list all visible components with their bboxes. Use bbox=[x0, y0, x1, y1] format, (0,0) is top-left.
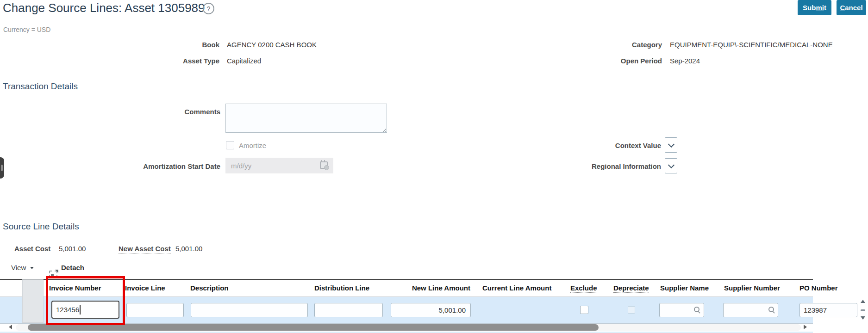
amortize-checkbox bbox=[226, 141, 234, 149]
new-asset-cost-value: 5,001.00 bbox=[175, 245, 202, 253]
supplier-number-search-icon[interactable] bbox=[768, 306, 775, 314]
category-label: Category bbox=[569, 41, 662, 49]
text-caret bbox=[80, 305, 81, 314]
help-icon[interactable]: ? bbox=[203, 3, 214, 14]
col-header-invoice-number: Invoice Number bbox=[49, 284, 101, 292]
asset-type-label: Asset Type bbox=[130, 57, 219, 65]
open-period-label: Open Period bbox=[569, 57, 662, 65]
currency-note: Currency = USD bbox=[3, 26, 50, 33]
cancel-label-accel: C bbox=[840, 4, 845, 12]
col-header-po-number: PO Number bbox=[799, 284, 838, 292]
comments-label: Comments bbox=[130, 108, 220, 116]
supplier-name-search-icon[interactable] bbox=[693, 306, 701, 314]
page-title: Change Source Lines: Asset 1305989 bbox=[3, 1, 205, 15]
amortization-start-date-label: Amortization Start Date bbox=[111, 162, 220, 170]
comments-textarea[interactable] bbox=[225, 104, 387, 133]
new-asset-cost-label: New Asset Cost bbox=[119, 245, 171, 253]
transaction-details-heading: Transaction Details bbox=[3, 81, 78, 92]
col-header-description: Description bbox=[190, 284, 229, 292]
handle-grip-icon bbox=[1, 165, 3, 171]
calendar-clock-icon bbox=[320, 161, 328, 169]
book-label: Book bbox=[130, 41, 219, 49]
col-header-invoice-line: Invoice Line bbox=[125, 284, 165, 292]
horizontal-scroll-thumb[interactable] bbox=[28, 324, 599, 331]
col-header-exclude: Exclude bbox=[570, 284, 597, 293]
detach-button[interactable]: Detach bbox=[61, 264, 84, 271]
table-header-row: Invoice Number Invoice Line Description … bbox=[0, 279, 813, 297]
horizontal-scrollbar[interactable] bbox=[0, 324, 813, 332]
submit-label-pre: Sub bbox=[803, 4, 816, 12]
regional-information-select[interactable] bbox=[665, 158, 677, 173]
row-header-cell[interactable] bbox=[22, 279, 44, 323]
po-number-input[interactable] bbox=[799, 303, 857, 317]
book-value: AGENCY 0200 CASH BOOK bbox=[227, 41, 317, 49]
exclude-checkbox[interactable] bbox=[580, 306, 588, 314]
help-glyph: ? bbox=[207, 5, 211, 12]
vertical-scroll-thumb[interactable] bbox=[861, 309, 865, 311]
view-menu-button[interactable]: View bbox=[11, 264, 26, 271]
source-line-details-heading: Source Line Details bbox=[3, 222, 79, 232]
col-header-supplier-name: Supplier Name bbox=[660, 284, 709, 292]
amortize-label: Amortize bbox=[239, 142, 266, 149]
col-header-depreciate: Depreciate bbox=[613, 284, 649, 293]
asset-type-value: Capitalized bbox=[227, 57, 261, 65]
cancel-button[interactable]: Cancel bbox=[837, 0, 866, 15]
invoice-number-input[interactable] bbox=[51, 301, 119, 319]
cancel-label-post: ancel bbox=[845, 4, 862, 12]
col-header-distribution-line: Distribution Line bbox=[314, 284, 369, 292]
asset-cost-label: Asset Cost bbox=[14, 245, 55, 253]
submit-label-post: t bbox=[824, 4, 826, 12]
scroll-up-icon[interactable] bbox=[861, 300, 865, 303]
detach-icon[interactable] bbox=[49, 271, 57, 278]
col-header-current-line-amount: Current Line Amount bbox=[482, 284, 551, 292]
scroll-right-icon[interactable] bbox=[804, 325, 807, 329]
vertical-scrollbar[interactable] bbox=[859, 299, 867, 324]
view-menu-caret-icon[interactable] bbox=[30, 267, 34, 269]
new-line-amount-input[interactable] bbox=[391, 303, 471, 317]
regional-information-label: Regional Information bbox=[569, 162, 661, 170]
invoice-line-input[interactable] bbox=[126, 303, 184, 317]
distribution-line-input[interactable] bbox=[314, 303, 383, 317]
amortization-start-date-input bbox=[225, 158, 333, 173]
left-panel-handle[interactable] bbox=[0, 157, 4, 179]
depreciate-checkbox bbox=[628, 306, 635, 314]
context-value-label: Context Value bbox=[569, 142, 661, 149]
scroll-left-icon[interactable] bbox=[9, 325, 12, 329]
chevron-down-icon bbox=[668, 141, 674, 147]
col-header-supplier-number: Supplier Number bbox=[724, 284, 780, 292]
open-period-value: Sep-2024 bbox=[670, 57, 700, 65]
context-value-select[interactable] bbox=[665, 137, 677, 153]
asset-cost-value: 5,001.00 bbox=[59, 245, 86, 253]
description-input[interactable] bbox=[191, 303, 308, 317]
col-header-new-line-amount: New Line Amount bbox=[393, 284, 470, 292]
category-value: EQUIPMENT-EQUIP\-SCIENTIFIC/MEDICAL-NONE bbox=[670, 41, 833, 49]
scroll-down-icon[interactable] bbox=[861, 316, 865, 320]
change-source-lines-page: Change Source Lines: Asset 1305989 ? Sub… bbox=[0, 0, 868, 333]
submit-label-accel: mi bbox=[816, 4, 824, 12]
chevron-down-icon bbox=[668, 161, 674, 168]
submit-button[interactable]: Submit bbox=[798, 0, 831, 15]
